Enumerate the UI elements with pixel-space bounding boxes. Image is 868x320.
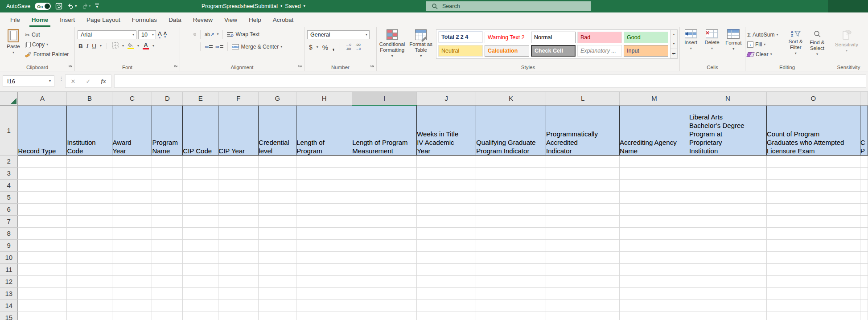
style-normal[interactable]: Normal <box>531 32 576 43</box>
cell-O15[interactable] <box>766 312 860 320</box>
cell-J2[interactable] <box>417 155 476 167</box>
cell-A2[interactable] <box>18 155 67 167</box>
cell-N13[interactable] <box>689 287 767 299</box>
cell-N14[interactable] <box>689 299 767 312</box>
row-header-1[interactable]: 1 <box>0 105 18 155</box>
cell-M3[interactable] <box>620 167 689 179</box>
cell-C5[interactable] <box>112 191 152 203</box>
row-header-13[interactable]: 13 <box>0 287 18 299</box>
cell-G13[interactable] <box>259 287 296 299</box>
search-input[interactable] <box>441 3 568 10</box>
cell-C3[interactable] <box>112 167 152 179</box>
column-header-O[interactable]: O <box>766 92 860 105</box>
tab-formulas[interactable]: Formulas <box>126 13 163 27</box>
tab-page-layout[interactable]: Page Layout <box>81 13 126 27</box>
cell-K3[interactable] <box>476 167 546 179</box>
cell-G12[interactable] <box>259 275 296 287</box>
style-total-2-2-4[interactable]: Total 2 2 4 <box>438 32 483 43</box>
cell-J7[interactable] <box>417 215 476 227</box>
row-header-14[interactable]: 14 <box>0 299 18 312</box>
insert-cells-button[interactable]: Insert ▾ <box>682 29 700 63</box>
save-button[interactable] <box>55 3 63 10</box>
cell-H4[interactable] <box>296 179 352 191</box>
row-header-2[interactable]: 2 <box>0 155 18 167</box>
cell-K13[interactable] <box>476 287 546 299</box>
increase-indent-button[interactable]: ⇨ <box>215 44 223 50</box>
cell-N2[interactable] <box>689 155 767 167</box>
cell-B5[interactable] <box>67 191 112 203</box>
cell-K9[interactable] <box>476 239 546 251</box>
cell-D2[interactable] <box>152 155 183 167</box>
cell-E2[interactable] <box>183 155 218 167</box>
header-cell-I1[interactable]: Length of Program Measurement <box>352 105 417 155</box>
header-cell-M1[interactable]: Accrediting Agency Name <box>620 105 689 155</box>
cell-H2[interactable] <box>296 155 352 167</box>
cell-C15[interactable] <box>112 312 152 320</box>
cell-O8[interactable] <box>766 227 860 239</box>
column-header-G[interactable]: G <box>259 92 296 105</box>
cell-L2[interactable] <box>546 155 620 167</box>
style-explanatory[interactable]: Explanatory ... <box>577 45 622 57</box>
cell-M11[interactable] <box>620 263 689 275</box>
cell-E11[interactable] <box>183 263 218 275</box>
tab-home[interactable]: Home <box>26 13 54 27</box>
style-warning-text-2[interactable]: Warning Text 2 <box>485 32 529 43</box>
row-header-8[interactable]: 8 <box>0 227 18 239</box>
row-header-5[interactable]: 5 <box>0 191 18 203</box>
cell-F15[interactable] <box>218 312 259 320</box>
cell-I14[interactable] <box>352 299 417 312</box>
cell-O6[interactable] <box>766 203 860 215</box>
header-cell-A1[interactable]: Record Type <box>18 105 67 155</box>
cell-B6[interactable] <box>67 203 112 215</box>
cell-O11[interactable] <box>766 263 860 275</box>
cell-I8[interactable] <box>352 227 417 239</box>
bottom-align-button[interactable] <box>193 33 196 36</box>
cell-E4[interactable] <box>183 179 218 191</box>
cell-D4[interactable] <box>152 179 183 191</box>
conditional-formatting-button[interactable]: Conditional Formatting ▾ <box>378 29 406 58</box>
percent-format-button[interactable]: % <box>322 44 328 51</box>
cell-O5[interactable] <box>766 191 860 203</box>
cell-P2[interactable] <box>860 155 868 167</box>
number-dialog-launcher[interactable] <box>370 62 374 70</box>
cell-M12[interactable] <box>620 275 689 287</box>
cell-B12[interactable] <box>67 275 112 287</box>
header-cell-G1[interactable]: Credential level <box>259 105 296 155</box>
cell-L13[interactable] <box>546 287 620 299</box>
cell-E12[interactable] <box>183 275 218 287</box>
cell-I3[interactable] <box>352 167 417 179</box>
tab-insert[interactable]: Insert <box>54 13 81 27</box>
style-bad[interactable]: Bad <box>577 32 622 43</box>
cell-J11[interactable] <box>417 263 476 275</box>
fill-button[interactable]: ↓ Fill ▾ <box>747 40 784 49</box>
cell-A10[interactable] <box>18 251 67 263</box>
cell-L5[interactable] <box>546 191 620 203</box>
cell-P12[interactable] <box>860 275 868 287</box>
cell-P6[interactable] <box>860 203 868 215</box>
cell-E5[interactable] <box>183 191 218 203</box>
fill-color-button[interactable] <box>128 43 134 49</box>
cell-A4[interactable] <box>18 179 67 191</box>
tab-file[interactable]: File <box>4 13 26 27</box>
cell-H14[interactable] <box>296 299 352 312</box>
cell-K6[interactable] <box>476 203 546 215</box>
cell-J6[interactable] <box>417 203 476 215</box>
cell-N3[interactable] <box>689 167 767 179</box>
row-header-15[interactable]: 15 <box>0 312 18 320</box>
cell-C2[interactable] <box>112 155 152 167</box>
cell-J13[interactable] <box>417 287 476 299</box>
cell-C4[interactable] <box>112 179 152 191</box>
row-header-12[interactable]: 12 <box>0 275 18 287</box>
cell-D10[interactable] <box>152 251 183 263</box>
cell-E8[interactable] <box>183 227 218 239</box>
cell-P3[interactable] <box>860 167 868 179</box>
cell-I6[interactable] <box>352 203 417 215</box>
sensitivity-button[interactable]: Sensitivity ▾ <box>831 29 862 53</box>
cell-L14[interactable] <box>546 299 620 312</box>
cell-M14[interactable] <box>620 299 689 312</box>
merge-center-button[interactable]: Merge & Center ▾ <box>232 42 282 52</box>
cell-D8[interactable] <box>152 227 183 239</box>
header-cell-F1[interactable]: CIP Year <box>218 105 259 155</box>
font-size-select[interactable]: 10 ▾ <box>138 30 156 39</box>
cell-H5[interactable] <box>296 191 352 203</box>
